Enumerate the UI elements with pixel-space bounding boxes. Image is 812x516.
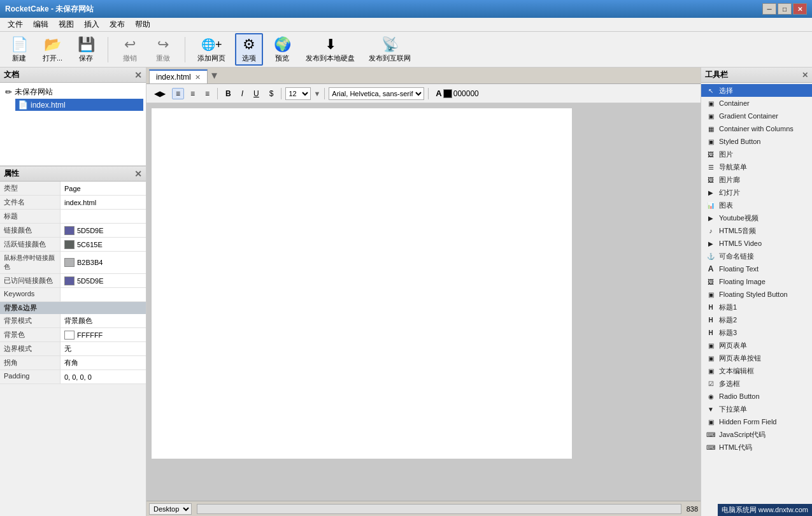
tool-checkbox[interactable]: ☑ 多选框 — [701, 377, 812, 390]
preview-button[interactable]: 🌍 预览 — [268, 34, 296, 65]
tool-floating-styled-button[interactable]: ▣ Floating Styled Button — [701, 288, 812, 301]
tool-html5-audio[interactable]: ♪ HTML5音频 — [701, 224, 812, 237]
prop-activelinkcolor-value[interactable]: 5C615E — [61, 238, 146, 251]
font-family-select[interactable]: Arial, Helvetica, sans-serif Times New R… — [329, 87, 424, 100]
tab-index[interactable]: index.html ✕ — [149, 69, 208, 83]
left-panel: 文档 ✕ ✏ 未保存网站 📄 index.html 属性 ✕ — [0, 68, 146, 516]
tool-youtube[interactable]: ▶ Youtube视频 — [701, 211, 812, 224]
tool-heading3[interactable]: H 标题3 — [701, 326, 812, 339]
new-icon: 📄 — [11, 36, 28, 54]
menu-file[interactable]: 文件 — [3, 18, 28, 31]
tree-item-root[interactable]: ✏ 未保存网站 — [3, 85, 143, 99]
tool-gallery[interactable]: 🖼 图片廊 — [701, 173, 812, 186]
redo-button[interactable]: ↪ 重做 — [149, 34, 177, 65]
select-button[interactable]: ⚙ 选项 — [235, 33, 263, 66]
menu-publish[interactable]: 发布 — [104, 18, 130, 31]
file-icon: 📄 — [18, 100, 28, 110]
bold-button[interactable]: B — [222, 88, 235, 99]
menu-edit[interactable]: 编辑 — [28, 18, 53, 31]
document-panel-close[interactable]: ✕ — [134, 70, 142, 80]
format-indent-button[interactable]: ◀▶ — [150, 88, 169, 99]
tool-select[interactable]: ↖ 选择 — [701, 84, 812, 97]
prop-bordermode-row: 边界模式 无 — [0, 342, 146, 356]
prop-hoverlinkcolor-value[interactable]: B2B3B4 — [61, 252, 146, 273]
prop-bordermode-label: 边界模式 — [0, 342, 61, 355]
prop-visitedlinkcolor-label: 已访问链接颜色 — [0, 274, 61, 287]
format-align-left-button[interactable]: ≡ — [172, 88, 184, 99]
menu-view[interactable]: 视图 — [53, 18, 79, 31]
prop-visitedlinkcolor-value[interactable]: 5D5D9E — [61, 274, 146, 287]
menu-insert[interactable]: 插入 — [79, 18, 104, 31]
view-mode-select[interactable]: Desktop — [149, 503, 192, 515]
prop-linkcolor-value[interactable]: 5D5D9E — [61, 224, 146, 237]
tool-js-code[interactable]: ⌨ JavaScript代码 — [701, 428, 812, 441]
horizontal-scrollbar[interactable] — [197, 504, 681, 514]
tool-floating-text[interactable]: A Floating Text — [701, 262, 812, 275]
prop-padding-row: Padding 0, 0, 0, 0 — [0, 370, 146, 384]
tool-web-form[interactable]: ▣ 网页表单 — [701, 339, 812, 352]
tool-custom-link[interactable]: ⚓ 可命名链接 — [701, 250, 812, 262]
visited-link-color-swatch — [64, 276, 75, 285]
underline-button[interactable]: U — [250, 88, 263, 99]
tool-hidden-field[interactable]: ▣ Hidden Form Field — [701, 415, 812, 428]
font-size-select[interactable]: 12 8 10 14 16 18 24 — [285, 87, 311, 100]
add-page-button[interactable]: 🌐+ 添加网页 — [193, 34, 230, 65]
tool-text-editor[interactable]: ▣ 文本编辑框 — [701, 364, 812, 377]
prop-hoverlinkcolor-row: 鼠标悬停时链接颜色 B2B3B4 — [0, 252, 146, 274]
tool-nav-menu[interactable]: ☰ 导航菜单 — [701, 161, 812, 173]
add-page-icon: 🌐+ — [201, 36, 222, 54]
tree-item-index[interactable]: 📄 index.html — [15, 99, 143, 111]
close-button[interactable]: ✕ — [793, 3, 807, 15]
custom-link-icon: ⚓ — [706, 252, 715, 261]
tool-dropdown[interactable]: ▼ 下拉菜单 — [701, 403, 812, 415]
publish-local-button[interactable]: ⬇ 发布到本地硬盘 — [301, 34, 359, 65]
tool-heading1[interactable]: H 标题1 — [701, 301, 812, 313]
minimize-button[interactable]: ─ — [762, 3, 776, 15]
prop-title-value — [61, 210, 146, 223]
tool-gradient-container[interactable]: ▣ Gradient Container — [701, 110, 812, 122]
video-icon: ▶ — [706, 239, 715, 248]
edit-icon: ✏ — [5, 87, 12, 97]
tool-web-form-btn[interactable]: ▣ 网页表单按钮 — [701, 352, 812, 364]
menu-help[interactable]: 帮助 — [130, 18, 155, 31]
prop-filename-value: index.html — [61, 196, 146, 209]
tool-slideshow[interactable]: ▶ 幻灯片 — [701, 186, 812, 199]
properties-panel-close[interactable]: ✕ — [134, 169, 142, 179]
tool-floating-image[interactable]: 🖼 Floating Image — [701, 275, 812, 288]
prop-bgcolor-value[interactable]: FFFFFF — [61, 328, 146, 341]
tool-heading2[interactable]: H 标题2 — [701, 313, 812, 326]
tool-html-code[interactable]: ⌨ HTML代码 — [701, 441, 812, 454]
format-align-center-button[interactable]: ≡ — [187, 88, 199, 99]
tool-chart[interactable]: 📊 图表 — [701, 199, 812, 211]
tab-close-icon[interactable]: ✕ — [195, 73, 201, 82]
dollar-button[interactable]: $ — [266, 88, 278, 99]
canvas[interactable] — [152, 108, 572, 459]
tool-radio-button[interactable]: ◉ Radio Button — [701, 390, 812, 403]
web-form-icon: ▣ — [706, 341, 715, 350]
main-layout: 文档 ✕ ✏ 未保存网站 📄 index.html 属性 ✕ — [0, 68, 812, 516]
tab-scroll-right[interactable]: ▾ — [211, 68, 217, 83]
save-icon: 💾 — [78, 36, 95, 54]
tool-image[interactable]: 🖼 图片 — [701, 148, 812, 161]
undo-button[interactable]: ↩ 撤销 — [116, 34, 144, 65]
nav-menu-icon: ☰ — [706, 162, 715, 171]
canvas-area[interactable] — [146, 103, 701, 501]
publish-web-button[interactable]: 📡 发布到互联网 — [364, 34, 415, 65]
format-align-right-button[interactable]: ≡ — [201, 88, 213, 99]
open-button[interactable]: 📂 打开... — [38, 34, 67, 65]
floating-styled-button-icon: ▣ — [706, 290, 715, 299]
tool-container[interactable]: ▣ Container — [701, 97, 812, 110]
tool-styled-button[interactable]: ▣ Styled Button — [701, 135, 812, 148]
prop-keywords-value — [61, 288, 146, 301]
maximize-button[interactable]: □ — [778, 3, 792, 15]
tool-container-columns[interactable]: ▦ Container with Columns — [701, 122, 812, 135]
right-panel-close[interactable]: ✕ — [802, 71, 808, 80]
save-button[interactable]: 💾 保存 — [72, 34, 100, 65]
tool-html5-video[interactable]: ▶ HTML5 Video — [701, 237, 812, 250]
prop-linkcolor-label: 链接颜色 — [0, 224, 61, 237]
new-button[interactable]: 📄 新建 — [5, 34, 33, 65]
text-color-button[interactable]: A 000000 — [432, 87, 481, 99]
italic-button[interactable]: I — [238, 88, 247, 99]
statusbar: Desktop 838 — [146, 501, 701, 516]
right-panel: 工具栏 ✕ ↖ 选择 ▣ Container ▣ Gradient Contai… — [701, 68, 812, 516]
